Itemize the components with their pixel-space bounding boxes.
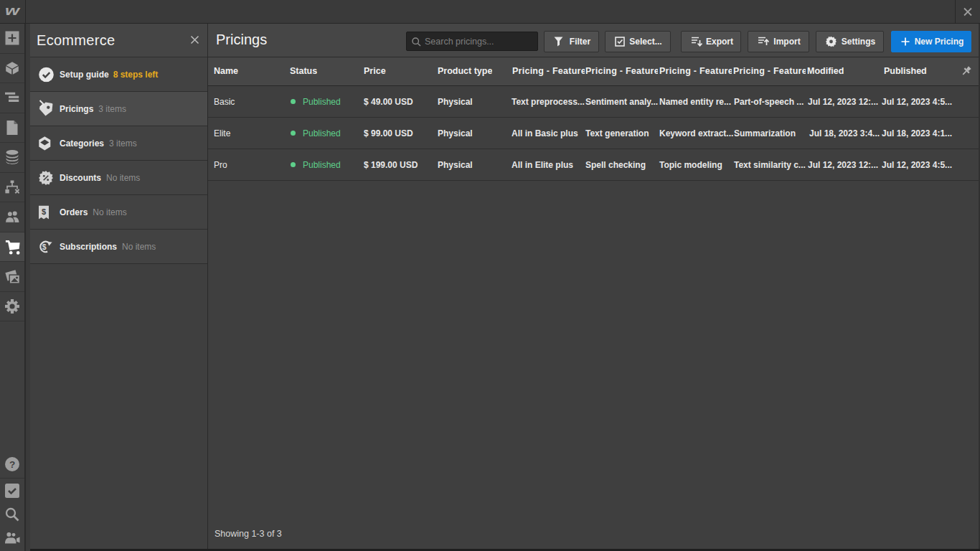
svg-text:$: $: [42, 242, 47, 251]
svg-text:?: ?: [9, 459, 15, 470]
svg-text:$: $: [42, 207, 46, 216]
